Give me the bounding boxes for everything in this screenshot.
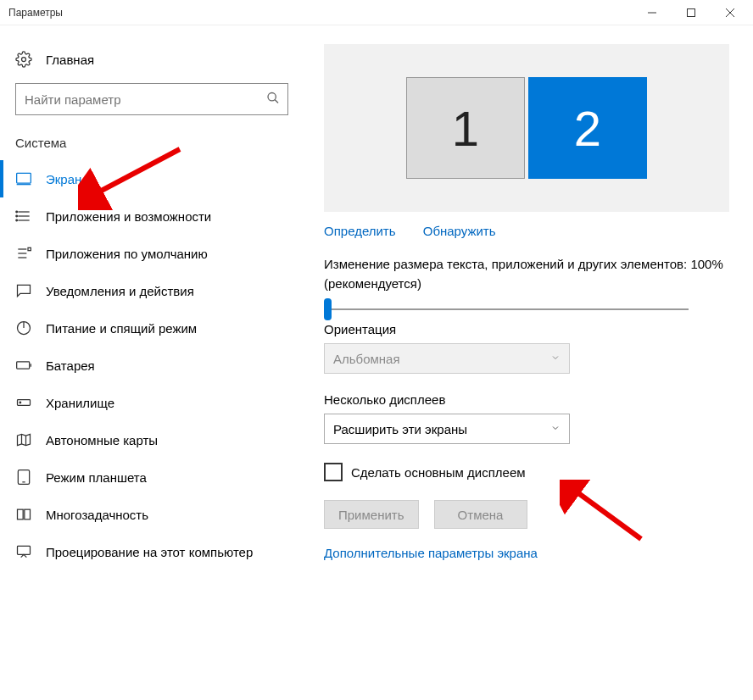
nav-label: Приложения по умолчанию bbox=[46, 247, 208, 261]
window-title: Параметры bbox=[8, 7, 633, 19]
svg-rect-29 bbox=[18, 509, 24, 519]
svg-point-13 bbox=[16, 215, 18, 217]
multiple-displays-value: Расширить эти экраны bbox=[333, 422, 467, 436]
nav-home[interactable]: Главная bbox=[0, 41, 305, 78]
svg-rect-30 bbox=[25, 509, 31, 519]
make-main-checkbox[interactable] bbox=[324, 463, 343, 481]
chevron-down-icon bbox=[550, 423, 561, 436]
svg-rect-18 bbox=[28, 247, 31, 250]
tablet-icon bbox=[15, 469, 32, 486]
cancel-label: Отмена bbox=[458, 508, 504, 522]
nav-label: Питание и спящий режим bbox=[46, 321, 197, 336]
identify-link[interactable]: Определить bbox=[324, 224, 396, 238]
slider-track bbox=[324, 308, 689, 310]
svg-point-14 bbox=[16, 219, 18, 221]
nav-label: Режим планшета bbox=[46, 470, 147, 485]
scale-text: Изменение размера текста, приложений и д… bbox=[324, 255, 729, 293]
project-icon bbox=[15, 543, 32, 560]
close-button[interactable] bbox=[711, 0, 750, 25]
battery-icon bbox=[15, 357, 32, 374]
display-icon bbox=[15, 170, 32, 187]
button-row: Применить Отмена bbox=[324, 500, 729, 529]
display-actions: Определить Обнаружить bbox=[324, 224, 729, 238]
svg-line-6 bbox=[275, 100, 278, 103]
search-wrap bbox=[15, 83, 288, 115]
nav-label: Автономные карты bbox=[46, 433, 158, 447]
nav-home-label: Главная bbox=[46, 53, 94, 67]
default-apps-icon bbox=[15, 245, 32, 262]
svg-rect-31 bbox=[18, 546, 31, 554]
nav-label: Экран bbox=[46, 172, 81, 186]
content-pane: 1 2 Определить Обнаружить Изменение разм… bbox=[305, 25, 753, 700]
display-preview[interactable]: 1 2 bbox=[324, 44, 729, 212]
nav-label: Батарея bbox=[46, 358, 95, 373]
nav-storage[interactable]: Хранилище bbox=[0, 384, 305, 421]
nav-label: Уведомления и действия bbox=[46, 284, 194, 298]
apply-label: Применить bbox=[338, 508, 404, 522]
power-icon bbox=[15, 319, 32, 336]
orientation-value: Альбомная bbox=[333, 352, 400, 366]
nav-offline-maps[interactable]: Автономные карты bbox=[0, 421, 305, 458]
monitor-2[interactable]: 2 bbox=[528, 77, 647, 179]
search-input[interactable] bbox=[15, 83, 288, 115]
svg-rect-7 bbox=[17, 173, 31, 183]
gear-icon bbox=[15, 51, 32, 68]
nav-default-apps[interactable]: Приложения по умолчанию bbox=[0, 235, 305, 272]
nav-battery[interactable]: Батарея bbox=[0, 347, 305, 384]
search-icon bbox=[266, 92, 280, 108]
titlebar: Параметры bbox=[0, 0, 753, 25]
svg-point-12 bbox=[16, 211, 18, 213]
nav-projecting[interactable]: Проецирование на этот компьютер bbox=[0, 533, 305, 570]
chevron-down-icon bbox=[550, 353, 561, 365]
nav-label: Проецирование на этот компьютер bbox=[46, 545, 253, 559]
section-label: Система bbox=[0, 131, 305, 160]
apps-icon bbox=[15, 208, 32, 225]
multitask-icon bbox=[15, 506, 32, 523]
nav-notifications[interactable]: Уведомления и действия bbox=[0, 272, 305, 309]
window-controls bbox=[633, 0, 750, 25]
cancel-button[interactable]: Отмена bbox=[434, 500, 527, 529]
maximize-button[interactable] bbox=[672, 0, 711, 25]
svg-point-5 bbox=[268, 93, 276, 101]
nav-label: Многозадачность bbox=[46, 508, 148, 522]
make-main-checkbox-row[interactable]: Сделать основным дисплеем bbox=[324, 463, 729, 481]
nav-tablet-mode[interactable]: Режим планшета bbox=[0, 458, 305, 496]
nav-display[interactable]: Экран bbox=[0, 160, 305, 197]
nav-power-sleep[interactable]: Питание и спящий режим bbox=[0, 309, 305, 347]
slider-thumb[interactable] bbox=[324, 298, 332, 320]
svg-point-24 bbox=[20, 402, 21, 403]
minimize-button[interactable] bbox=[633, 0, 672, 25]
storage-icon bbox=[15, 394, 32, 411]
detect-link[interactable]: Обнаружить bbox=[423, 224, 496, 238]
apply-button[interactable]: Применить bbox=[324, 500, 419, 529]
nav-label: Приложения и возможности bbox=[46, 209, 211, 224]
multiple-displays-dropdown[interactable]: Расширить эти экраны bbox=[324, 414, 570, 444]
notifications-icon bbox=[15, 282, 32, 299]
svg-point-4 bbox=[22, 58, 26, 62]
scale-slider[interactable] bbox=[324, 302, 689, 303]
orientation-dropdown[interactable]: Альбомная bbox=[324, 343, 570, 374]
map-icon bbox=[15, 431, 32, 448]
svg-rect-21 bbox=[17, 362, 30, 369]
orientation-label: Ориентация bbox=[324, 322, 729, 336]
nav-multitasking[interactable]: Многозадачность bbox=[0, 496, 305, 533]
nav-label: Хранилище bbox=[46, 396, 114, 410]
make-main-label: Сделать основным дисплеем bbox=[351, 465, 526, 480]
sidebar: Главная Система Экран Приложения и возмо… bbox=[0, 25, 305, 700]
advanced-display-link[interactable]: Дополнительные параметры экрана bbox=[324, 546, 729, 560]
nav-apps-features[interactable]: Приложения и возможности bbox=[0, 197, 305, 235]
monitor-1[interactable]: 1 bbox=[406, 77, 525, 179]
svg-rect-1 bbox=[688, 8, 695, 16]
multiple-displays-label: Несколько дисплеев bbox=[324, 392, 729, 407]
